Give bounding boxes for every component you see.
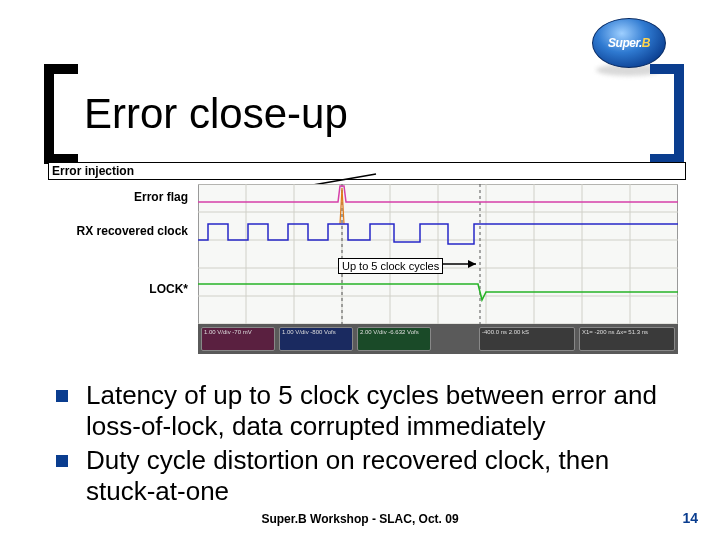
svg-marker-21 — [468, 260, 476, 268]
label-up-to-5-cycles: Up to 5 clock cycles — [338, 258, 443, 274]
slide: Super.B Error close-up Error injection E… — [0, 0, 720, 540]
measure-trigger: X1= -200 ns Δx= 51.3 ns — [579, 327, 675, 351]
bracket-right-icon — [650, 64, 684, 164]
square-bullet-icon — [56, 455, 68, 467]
bullet-list: Latency of up to 5 clock cycles between … — [56, 380, 680, 511]
oscilloscope-figure: Error injection Error flag RX recovered … — [48, 162, 686, 354]
bracket-left-icon — [44, 64, 78, 164]
measure-ch3: 2.00 V/div -6.632 Vofs — [357, 327, 431, 351]
scope-waveforms — [198, 184, 678, 324]
measure-ch1: 1.00 V/div -70 mV — [201, 327, 275, 351]
bullet-text: Latency of up to 5 clock cycles between … — [86, 380, 680, 441]
bullet-item: Duty cycle distortion on recovered clock… — [56, 445, 680, 506]
page-number: 14 — [682, 510, 698, 526]
measure-ch2: 1.00 V/div -800 Vofs — [279, 327, 353, 351]
bullet-item: Latency of up to 5 clock cycles between … — [56, 380, 680, 441]
title-row: Error close-up — [44, 64, 684, 164]
square-bullet-icon — [56, 390, 68, 402]
logo-text-super: Super. — [608, 36, 642, 50]
scope-measurement-bar: 1.00 V/div -70 mV 1.00 V/div -800 Vofs 2… — [198, 324, 678, 354]
footer-text: Super.B Workshop - SLAC, Oct. 09 — [0, 512, 720, 526]
label-rx-recovered-clock: RX recovered clock — [48, 224, 188, 238]
label-error-flag: Error flag — [48, 190, 188, 204]
bullet-text: Duty cycle distortion on recovered clock… — [86, 445, 680, 506]
superb-logo: Super.B — [592, 18, 666, 68]
logo-text-b: B — [642, 36, 650, 50]
measure-timebase: -400.0 ns 2.00 kS — [479, 327, 575, 351]
label-lock-star: LOCK* — [48, 282, 188, 296]
slide-title: Error close-up — [84, 90, 650, 138]
